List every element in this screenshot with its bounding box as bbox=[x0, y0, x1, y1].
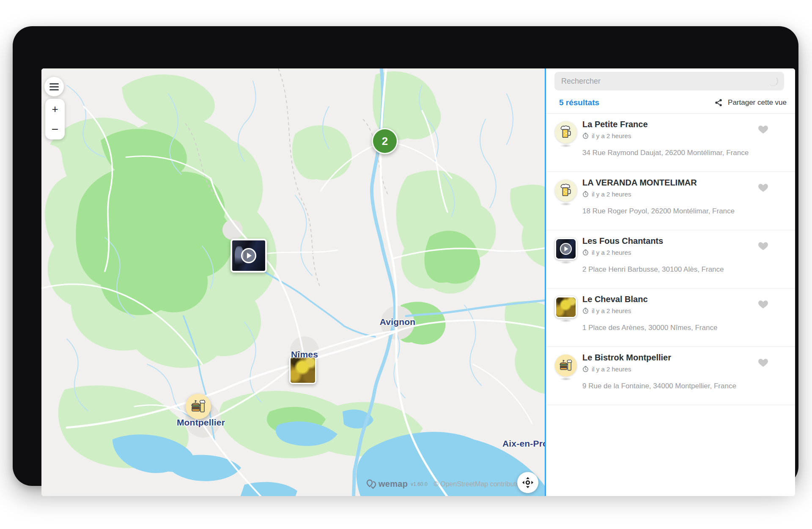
clock-icon bbox=[582, 308, 589, 314]
favorite-heart-button[interactable] bbox=[757, 182, 769, 192]
results-count: 5 résultats bbox=[559, 98, 599, 107]
pin-shadow bbox=[560, 319, 572, 322]
share-view-button[interactable]: Partager cette vue bbox=[714, 98, 787, 107]
pin-shadow bbox=[560, 144, 572, 147]
pan-arrows-icon bbox=[521, 476, 534, 489]
pin-shadow bbox=[560, 202, 572, 206]
share-icon bbox=[714, 98, 723, 107]
result-address: 34 Rue Raymond Daujat, 26200 Montélimar,… bbox=[582, 149, 749, 157]
wemap-version: v1.60.0 bbox=[411, 481, 427, 487]
photo-thumbnail bbox=[291, 357, 315, 383]
osm-attribution-link[interactable]: © OpenStreetMap contributors bbox=[433, 480, 525, 488]
city-label-aix-en-prov: Aix-en-Prov bbox=[502, 439, 545, 449]
result-title: Le Bistrok Montpellier bbox=[582, 353, 671, 363]
search-input[interactable] bbox=[554, 72, 784, 90]
results-list: La Petite France il y a 2 heures 34 Rue … bbox=[546, 114, 795, 405]
result-address: 1 Place des Arènes, 30000 Nîmes, France bbox=[582, 324, 717, 332]
heart-icon bbox=[757, 124, 769, 134]
screenshot-stage: + − 2 bbox=[0, 0, 812, 529]
clock-icon bbox=[582, 249, 589, 256]
heart-icon bbox=[757, 182, 769, 192]
city-label-montpellier: Montpellier bbox=[177, 417, 225, 428]
result-title: Les Fous Chantants bbox=[582, 236, 663, 246]
video-marker[interactable] bbox=[230, 239, 267, 273]
result-item[interactable]: LA VERANDA MONTELIMAR il y a 2 heures 18… bbox=[546, 172, 795, 230]
result-item[interactable]: Le Cheval Blanc il y a 2 heures 1 Place … bbox=[546, 289, 795, 347]
zoom-out-button[interactable]: − bbox=[45, 119, 65, 139]
burger-beer-icon bbox=[555, 354, 577, 376]
city-label-avignon: Avignon bbox=[380, 317, 416, 327]
heart-icon bbox=[757, 357, 769, 367]
clock-icon bbox=[582, 366, 589, 372]
zoom-control: + − bbox=[45, 99, 65, 139]
result-time: il y a 2 heures bbox=[582, 365, 631, 373]
result-title: Le Cheval Blanc bbox=[582, 294, 648, 304]
photo-marker-nimes[interactable] bbox=[289, 356, 316, 384]
play-icon bbox=[241, 248, 256, 263]
wemap-logo[interactable]: wemap v1.60.0 bbox=[366, 479, 428, 489]
result-item[interactable]: Les Fous Chantants il y a 2 heures 2 Pla… bbox=[546, 230, 795, 289]
results-bar: 5 résultats Partager cette vue bbox=[559, 98, 787, 107]
results-sidebar: 5 résultats Partager cette vue La Petite bbox=[546, 68, 795, 496]
pan-locate-button[interactable] bbox=[517, 472, 538, 493]
result-title: LA VERANDA MONTELIMAR bbox=[582, 178, 697, 188]
app-window: + − 2 bbox=[41, 68, 795, 496]
result-item[interactable]: Le Bistrok Montpellier il y a 2 heures 9… bbox=[546, 347, 795, 405]
search-box bbox=[554, 72, 784, 90]
wemap-logo-text: wemap bbox=[379, 479, 408, 489]
share-view-label: Partager cette vue bbox=[728, 98, 787, 107]
food-marker-montpellier[interactable] bbox=[186, 394, 211, 419]
pin-shadow bbox=[560, 261, 572, 264]
city-label-n-mes: Nîmes bbox=[291, 349, 318, 360]
clock-icon bbox=[582, 133, 589, 139]
marker-shadow bbox=[242, 271, 255, 273]
marker-shadow bbox=[296, 383, 309, 384]
result-item[interactable]: La Petite France il y a 2 heures 34 Rue … bbox=[546, 114, 795, 172]
heart-icon bbox=[757, 299, 769, 309]
device-frame: + − 2 bbox=[13, 26, 798, 486]
result-time: il y a 2 heures bbox=[582, 132, 631, 139]
result-title: La Petite France bbox=[582, 120, 648, 129]
result-time: il y a 2 heures bbox=[582, 191, 631, 198]
result-address: 18 Rue Roger Poyol, 26200 Montélimar, Fr… bbox=[582, 207, 735, 215]
loading-spinner-icon bbox=[768, 76, 778, 86]
favorite-heart-button[interactable] bbox=[757, 124, 769, 134]
video-thumbnail-icon bbox=[555, 238, 577, 260]
burger-beer-icon bbox=[190, 399, 206, 414]
cluster-marker[interactable]: 2 bbox=[372, 128, 398, 154]
favorite-heart-button[interactable] bbox=[757, 357, 769, 367]
photo-thumbnail-icon bbox=[555, 296, 577, 318]
cluster-count: 2 bbox=[382, 135, 388, 148]
clock-icon bbox=[582, 191, 589, 197]
pin-shadow bbox=[560, 377, 572, 381]
beer-icon bbox=[555, 180, 577, 202]
favorite-heart-button[interactable] bbox=[757, 299, 769, 309]
menu-button[interactable] bbox=[44, 77, 64, 96]
result-time: il y a 2 heures bbox=[582, 249, 631, 256]
beer-icon bbox=[555, 121, 577, 143]
result-time: il y a 2 heures bbox=[582, 307, 631, 314]
favorite-heart-button[interactable] bbox=[757, 240, 769, 251]
result-address: 2 Place Henri Barbusse, 30100 Alès, Fran… bbox=[582, 265, 724, 274]
basemap-artwork bbox=[41, 68, 545, 496]
result-address: 9 Rue de la Fontaine, 34000 Montpellier,… bbox=[582, 382, 736, 390]
map-canvas[interactable]: + − 2 bbox=[41, 68, 545, 496]
zoom-in-button[interactable]: + bbox=[45, 99, 65, 119]
heart-icon bbox=[757, 240, 769, 251]
wemap-pin-icon bbox=[366, 480, 376, 489]
